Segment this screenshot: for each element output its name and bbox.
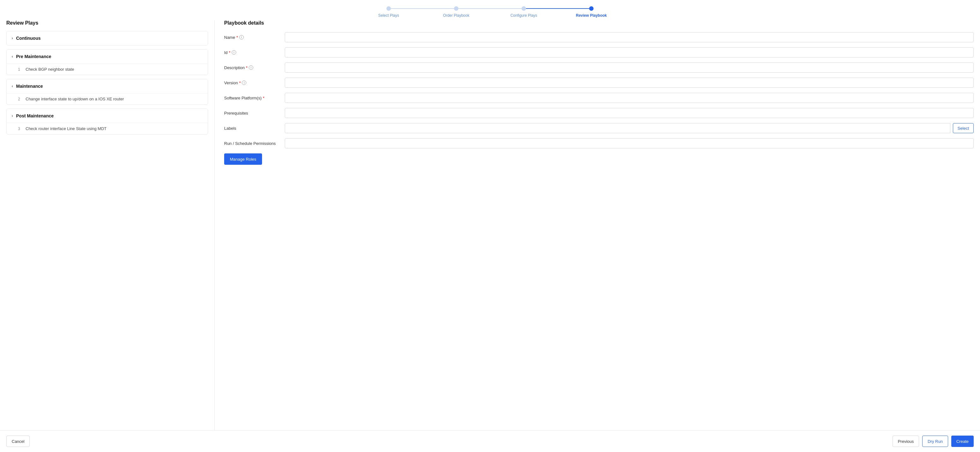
step-select-plays: Select Plays bbox=[387, 6, 391, 11]
required-star-id: * bbox=[229, 50, 231, 55]
cancel-button[interactable]: Cancel bbox=[6, 436, 30, 447]
select-button[interactable]: Select bbox=[953, 123, 974, 133]
review-plays-title: Review Plays bbox=[6, 20, 208, 26]
group-post-maintenance-label: Post Maintenance bbox=[16, 113, 54, 118]
group-maintenance-label: Maintenance bbox=[16, 84, 43, 89]
id-input[interactable] bbox=[285, 47, 974, 57]
label-name: Name * i bbox=[224, 35, 281, 40]
step-review-playbook: Review Playbook bbox=[589, 6, 593, 11]
group-pre-maintenance: ‹ Pre Maintenance 1 Check BGP neighbor s… bbox=[6, 49, 208, 75]
footer-left: Cancel bbox=[6, 436, 30, 447]
list-item: 1 Check BGP neighbor state bbox=[6, 64, 208, 75]
main-content: Review Plays › Continuous ‹ Pre Maintena… bbox=[0, 14, 980, 430]
step-dot-1 bbox=[387, 6, 391, 11]
required-star-software-platforms: * bbox=[262, 95, 264, 100]
footer-right: Previous Dry Run Create bbox=[892, 436, 974, 447]
required-star-version: * bbox=[239, 81, 240, 85]
group-maintenance: ‹ Maintenance 2 Change interface state t… bbox=[6, 79, 208, 105]
play-number-2: 2 bbox=[18, 97, 23, 101]
label-labels: Labels bbox=[224, 126, 281, 131]
chevron-continuous: › bbox=[12, 36, 13, 40]
chevron-pre-maintenance: ‹ bbox=[12, 54, 13, 59]
previous-button[interactable]: Previous bbox=[892, 436, 920, 447]
label-prerequisites: Prerequisites bbox=[224, 111, 281, 116]
connector-1 bbox=[391, 8, 454, 9]
name-input[interactable] bbox=[285, 32, 974, 42]
info-icon-id: i bbox=[232, 50, 236, 55]
play-text-1: Check BGP neighbor state bbox=[25, 67, 74, 72]
connector-3 bbox=[526, 8, 589, 9]
form-row-description: Description * i bbox=[224, 62, 974, 73]
label-run-schedule: Run / Schedule Permissions bbox=[224, 141, 281, 146]
right-panel: Playbook details Name * i Id * i Descrip… bbox=[215, 20, 974, 430]
playbook-details-title: Playbook details bbox=[224, 20, 974, 26]
description-input[interactable] bbox=[285, 62, 974, 73]
form-row-labels: Labels Select bbox=[224, 123, 974, 133]
step-dot-4 bbox=[589, 6, 593, 11]
group-pre-maintenance-label: Pre Maintenance bbox=[16, 54, 51, 59]
connector-2 bbox=[458, 8, 522, 9]
step-configure-plays: Configure Plays bbox=[522, 6, 526, 11]
group-continuous: › Continuous bbox=[6, 31, 208, 45]
left-panel: Review Plays › Continuous ‹ Pre Maintena… bbox=[6, 20, 215, 430]
info-icon-description: i bbox=[249, 65, 253, 70]
label-description: Description * i bbox=[224, 65, 281, 70]
step-label-1: Select Plays bbox=[378, 13, 399, 18]
step-dot-2 bbox=[454, 6, 458, 11]
form-row-run-schedule: Run / Schedule Permissions bbox=[224, 138, 974, 148]
chevron-post-maintenance: ‹ bbox=[12, 114, 13, 118]
form-row-version: Version * i bbox=[224, 78, 974, 88]
form-row-software-platforms: Software Platform(s) * bbox=[224, 93, 974, 103]
group-post-maintenance: ‹ Post Maintenance 3 Check router interf… bbox=[6, 108, 208, 134]
step-order-playbook: Order Playbook bbox=[454, 6, 458, 11]
label-id: Id * i bbox=[224, 50, 281, 55]
label-software-platforms: Software Platform(s) * bbox=[224, 95, 281, 100]
info-icon-version: i bbox=[242, 81, 246, 85]
list-item: 2 Change interface state to up/down on a… bbox=[6, 93, 208, 105]
labels-input[interactable] bbox=[285, 123, 950, 133]
labels-row: Select bbox=[285, 123, 974, 133]
group-continuous-header[interactable]: › Continuous bbox=[6, 31, 208, 45]
form-row-id: Id * i bbox=[224, 47, 974, 57]
footer: Cancel Previous Dry Run Create bbox=[0, 430, 980, 452]
step-dot-3 bbox=[522, 6, 526, 11]
step-label-3: Configure Plays bbox=[511, 13, 537, 18]
group-continuous-label: Continuous bbox=[16, 36, 41, 41]
label-version: Version * i bbox=[224, 81, 281, 85]
stepper-inner: Select Plays Order Playbook Configure Pl… bbox=[387, 6, 593, 11]
stepper: Select Plays Order Playbook Configure Pl… bbox=[0, 0, 980, 14]
play-text-3: Check router interface Line State using … bbox=[25, 126, 107, 131]
dry-run-button[interactable]: Dry Run bbox=[922, 436, 948, 447]
required-star-name: * bbox=[237, 35, 238, 40]
software-platforms-input[interactable] bbox=[285, 93, 974, 103]
chevron-maintenance: ‹ bbox=[12, 84, 13, 88]
required-star-description: * bbox=[246, 65, 248, 70]
prerequisites-input[interactable] bbox=[285, 108, 974, 118]
group-post-maintenance-header[interactable]: ‹ Post Maintenance bbox=[6, 109, 208, 123]
group-maintenance-header[interactable]: ‹ Maintenance bbox=[6, 79, 208, 93]
manage-roles-button[interactable]: Manage Roles bbox=[224, 153, 262, 165]
create-button[interactable]: Create bbox=[951, 436, 974, 447]
step-label-4: Review Playbook bbox=[576, 13, 607, 18]
list-item: 3 Check router interface Line State usin… bbox=[6, 123, 208, 134]
play-text-2: Change interface state to up/down on a I… bbox=[25, 97, 124, 101]
play-number-1: 1 bbox=[18, 67, 23, 72]
info-icon-name: i bbox=[239, 35, 244, 40]
version-input[interactable] bbox=[285, 78, 974, 88]
form-row-prerequisites: Prerequisites bbox=[224, 108, 974, 118]
play-number-3: 3 bbox=[18, 127, 23, 131]
form-row-name: Name * i bbox=[224, 32, 974, 42]
run-schedule-input[interactable] bbox=[285, 138, 974, 148]
group-pre-maintenance-header[interactable]: ‹ Pre Maintenance bbox=[6, 49, 208, 64]
step-label-2: Order Playbook bbox=[443, 13, 469, 18]
manage-roles-row: Manage Roles bbox=[224, 153, 974, 165]
